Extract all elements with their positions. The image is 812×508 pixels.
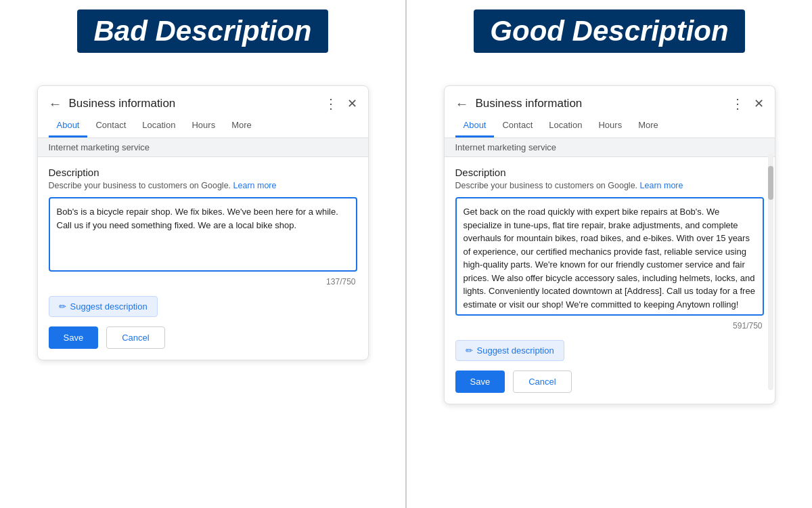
tab-hours-left[interactable]: Hours <box>183 116 223 137</box>
tab-about-left[interactable]: About <box>49 116 88 137</box>
left-panel: Bad Description ← Business information ⋮… <box>0 0 407 508</box>
pencil-icon-right: ✏ <box>466 345 473 356</box>
action-btns-right: Save Cancel <box>445 368 775 393</box>
suggest-btn-right[interactable]: ✏ Suggest description <box>455 340 564 361</box>
close-button-left[interactable]: ✕ <box>347 96 357 111</box>
tab-contact-left[interactable]: Contact <box>87 116 134 137</box>
scrollbar-thumb-right <box>768 166 773 200</box>
tab-about-right[interactable]: About <box>455 116 495 137</box>
save-button-right[interactable]: Save <box>455 371 505 393</box>
good-description-title: Good Description <box>474 9 744 53</box>
description-section-right: Description Describe your business to cu… <box>445 157 775 331</box>
suggest-label-left: Suggest description <box>70 301 148 312</box>
bad-description-title: Bad Description <box>77 9 328 53</box>
good-description-card: ← Business information ⋮ ✕ About Contact… <box>444 85 775 404</box>
dots-menu-left[interactable]: ⋮ <box>324 96 338 112</box>
char-count-right: 591/750 <box>455 321 764 331</box>
description-sub-left: Describe your business to customers on G… <box>49 181 357 190</box>
card-header-right: ← Business information ⋮ ✕ <box>445 86 775 112</box>
tab-more-right[interactable]: More <box>630 116 667 137</box>
card-title-left: Business information <box>69 97 324 110</box>
learn-more-left[interactable]: Learn more <box>233 181 277 190</box>
action-btns-left: Save Cancel <box>38 324 368 349</box>
description-sub-right: Describe your business to customers on G… <box>455 181 764 190</box>
close-button-right[interactable]: ✕ <box>754 96 764 111</box>
tab-more-left[interactable]: More <box>223 116 260 137</box>
back-arrow-right[interactable]: ← <box>455 96 469 112</box>
description-label-left: Description <box>49 167 357 178</box>
cancel-button-left[interactable]: Cancel <box>106 326 164 349</box>
learn-more-right[interactable]: Learn more <box>640 181 683 190</box>
suggest-btn-left[interactable]: ✏ Suggest description <box>49 296 158 317</box>
card-header-left: ← Business information ⋮ ✕ <box>38 86 368 112</box>
save-button-left[interactable]: Save <box>49 326 99 349</box>
dots-menu-right[interactable]: ⋮ <box>731 96 744 112</box>
bad-description-card: ← Business information ⋮ ✕ About Contact… <box>37 85 369 360</box>
description-textarea-right[interactable] <box>455 197 764 316</box>
card-title-right: Business information <box>476 97 731 110</box>
tab-bar-right: About Contact Location Hours More <box>445 112 775 138</box>
description-textarea-left[interactable] <box>49 197 357 272</box>
business-name-right: Internet marketing service <box>445 138 775 157</box>
suggest-label-right: Suggest description <box>477 345 554 356</box>
tab-bar-left: About Contact Location Hours More <box>38 112 368 138</box>
tab-location-right[interactable]: Location <box>541 116 590 137</box>
business-name-left: Internet marketing service <box>38 138 368 157</box>
tab-contact-right[interactable]: Contact <box>494 116 541 137</box>
tab-hours-right[interactable]: Hours <box>590 116 630 137</box>
char-count-left: 137/750 <box>49 277 357 287</box>
description-label-right: Description <box>455 167 764 178</box>
scrollbar-track-right <box>768 154 773 390</box>
back-arrow-left[interactable]: ← <box>49 96 62 112</box>
right-panel: Good Description ← Business information … <box>407 0 812 508</box>
description-section-left: Description Describe your business to cu… <box>38 157 368 287</box>
tab-location-left[interactable]: Location <box>134 116 183 137</box>
cancel-button-right[interactable]: Cancel <box>513 371 571 393</box>
pencil-icon-left: ✏ <box>59 301 66 312</box>
